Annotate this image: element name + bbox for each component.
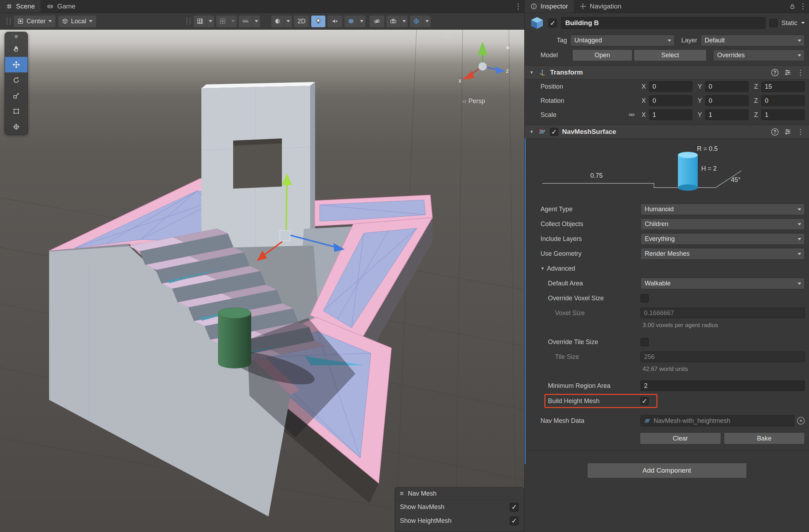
collect-objects-label: Collect Objects [525,220,640,228]
navmeshsurface-presets-icon[interactable] [784,128,791,135]
effects-button[interactable] [344,16,358,27]
pivot-caret-icon [48,20,52,22]
tab-navigation[interactable]: Navigation [574,0,627,13]
tab-game[interactable]: Game [41,0,81,13]
tab-scene[interactable]: Scene [0,0,41,13]
advanced-foldout[interactable]: ▼ Advanced [525,261,809,276]
transform-tool-button[interactable] [5,119,28,135]
default-area-dropdown[interactable]: Walkable [640,278,805,289]
advanced-foldout-icon[interactable]: ▼ [541,266,545,271]
orientation-center-ball[interactable] [478,62,487,71]
toolbar-drag-handle-icon[interactable] [187,17,190,25]
navmeshsurface-more-icon[interactable]: ⋮ [797,128,804,136]
override-tile-checkbox[interactable] [640,338,649,346]
shading-mode-button[interactable] [271,16,284,27]
gizmos-button[interactable] [410,16,423,27]
tab-inspector[interactable]: Inspector [525,0,574,13]
tool-palette-handle-icon[interactable]: ≡ [5,32,28,41]
use-geometry-dropdown[interactable]: Render Meshes [640,248,805,260]
grid-options-dropdown[interactable] [207,16,214,27]
pivot-mode-button[interactable]: Center [14,16,55,27]
rotation-z-field[interactable]: 0 [761,95,805,106]
camera-overlay-handle-icon[interactable] [442,34,453,40]
position-x-field[interactable]: 0 [649,81,692,92]
layer-dropdown[interactable]: Default [701,35,805,46]
scene-lighting-button[interactable] [311,16,325,27]
nav-mesh-data-field[interactable]: NavMesh-with_heightmesh [640,415,795,426]
transform-foldout-icon[interactable]: ▼ [530,70,535,75]
advanced-label: Advanced [547,265,575,272]
effects-dropdown[interactable] [358,16,365,27]
axis-y: Y [697,83,703,90]
inspector-more-icon[interactable]: ⋮ [797,0,809,13]
navmesh-display-panel: ≡ Nav Mesh Show NavMesh ✓ Show HeightMes… [395,487,524,532]
add-component-button[interactable]: Add Component [587,463,747,478]
audio-mute-button[interactable] [327,16,342,27]
clear-button[interactable]: Clear [640,432,721,444]
gameobject-enabled-checkbox[interactable]: ✓ [548,19,557,28]
navmeshsurface-header[interactable]: ▼ ✓ NavMeshSurface ? ⋮ [525,125,809,139]
rotation-mode-button[interactable]: Local [58,16,96,27]
orientation-axis-dot[interactable] [506,46,509,49]
build-height-mesh-checkbox[interactable]: ✓ [640,397,649,405]
transform-more-icon[interactable]: ⋮ [797,68,804,77]
snap-grid-button[interactable] [216,16,229,27]
transform-header[interactable]: ▼ Transform ? ⋮ [525,65,809,79]
collect-objects-row: Collect Objects Children [525,217,809,231]
toolbar-drag-handle-icon[interactable] [7,17,11,25]
static-dropdown-icon[interactable] [801,22,805,24]
scale-x-field[interactable]: 1 [649,110,692,120]
camera-settings-dropdown[interactable] [400,16,408,27]
scale-tool-button[interactable] [5,88,28,104]
navmeshsurface-enabled-checkbox[interactable]: ✓ [550,128,558,136]
rotation-x-field[interactable]: 0 [649,95,692,106]
include-layers-dropdown[interactable]: Everything [640,233,805,245]
model-overrides-dropdown[interactable]: Overrides [713,49,805,61]
min-region-field[interactable]: 2 [640,380,805,391]
snap-increment-dropdown[interactable] [253,16,260,27]
tag-dropdown[interactable]: Untagged [570,35,674,46]
view-pan-tool-button[interactable] [5,41,28,57]
model-select-button[interactable]: Select [634,49,707,61]
object-picker-icon[interactable] [797,417,805,425]
rect-tool-button[interactable] [5,104,28,119]
scene-render[interactable] [0,0,524,532]
override-voxel-row: Override Voxel Size [525,291,809,306]
gizmo-plane-handle[interactable] [280,230,290,241]
transform-help-icon[interactable]: ? [771,69,779,76]
collect-objects-dropdown[interactable]: Children [640,218,805,230]
navmeshsurface-help-icon[interactable]: ? [771,128,779,136]
camera-settings-button[interactable] [386,16,400,27]
lock-icon[interactable] [789,3,796,10]
shading-mode-dropdown[interactable] [284,16,292,27]
toggle-2d-button[interactable]: 2D [294,16,309,27]
scene-visibility-button[interactable] [370,16,384,27]
position-z-field[interactable]: 15 [761,81,805,92]
position-y-field[interactable]: 0 [705,81,749,92]
show-navmesh-checkbox[interactable]: ✓ [510,503,519,512]
gizmos-dropdown[interactable] [423,16,431,27]
prefab-cube-icon[interactable] [530,16,544,30]
projection-toggle[interactable]: ◁ Persp [462,97,485,105]
navmesh-panel-handle-icon[interactable]: ≡ [400,490,404,497]
snap-increment-button[interactable] [239,16,252,27]
scale-y-field[interactable]: 1 [705,110,749,120]
agent-type-dropdown[interactable]: Humanoid [640,203,805,215]
scene-pane: Scene Game ⋮ Center [0,0,524,532]
static-checkbox[interactable] [769,19,778,27]
grid-visibility-button[interactable] [194,16,206,27]
scale-z-field[interactable]: 1 [761,110,805,120]
scene-more-icon[interactable]: ⋮ [512,0,524,13]
show-heightmesh-checkbox[interactable]: ✓ [510,516,519,525]
bake-button[interactable]: Bake [724,432,805,444]
rotation-y-field[interactable]: 0 [705,95,749,106]
gameobject-name-field[interactable]: Building B [561,17,766,29]
model-open-button[interactable]: Open [572,49,632,61]
override-voxel-checkbox[interactable] [640,294,649,302]
move-tool-button[interactable] [5,57,28,72]
rotate-tool-button[interactable] [5,72,28,88]
navmeshsurface-foldout-icon[interactable]: ▼ [530,129,535,134]
snap-grid-dropdown[interactable] [229,16,237,27]
transform-presets-icon[interactable] [784,69,791,76]
link-scale-icon[interactable] [628,112,635,118]
